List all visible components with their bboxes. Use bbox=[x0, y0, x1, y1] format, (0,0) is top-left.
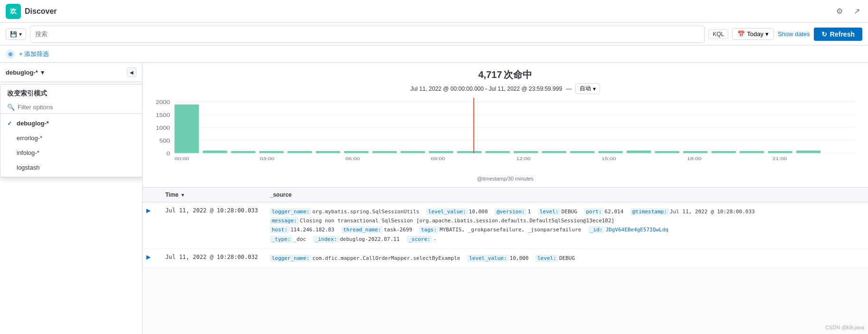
svg-text:00:00: 00:00 bbox=[174, 156, 189, 162]
svg-rect-27 bbox=[683, 151, 707, 153]
svg-text:1000: 1000 bbox=[156, 125, 170, 131]
svg-text:18:00: 18:00 bbox=[687, 156, 701, 162]
svg-text:21:00: 21:00 bbox=[773, 156, 787, 162]
chart-date-range: Jul 11, 2022 @ 00:00:00.000 - Jul 11, 20… bbox=[152, 83, 858, 94]
svg-rect-30 bbox=[768, 151, 792, 153]
date-label: Today bbox=[747, 30, 763, 38]
index-label-text: debuglog-* bbox=[6, 69, 38, 76]
field-key: message: bbox=[270, 217, 299, 224]
field-val: 10,000 bbox=[510, 255, 532, 261]
chart-canvas: 2000 1500 1000 500 0 bbox=[152, 98, 858, 174]
field-key: @version: bbox=[495, 208, 527, 215]
th-expand bbox=[143, 191, 162, 198]
refresh-icon: ↻ bbox=[821, 30, 827, 38]
svg-rect-23 bbox=[570, 151, 594, 153]
svg-text:2000: 2000 bbox=[156, 99, 170, 105]
row-expand-button[interactable]: ▶ bbox=[143, 249, 162, 267]
refresh-button[interactable]: ↻ Refresh bbox=[814, 28, 862, 41]
svg-rect-16 bbox=[372, 151, 397, 153]
date-picker-button[interactable]: 📅 Today ▾ bbox=[732, 28, 774, 40]
svg-rect-26 bbox=[655, 151, 679, 153]
auto-interval-button[interactable]: 自动 ▾ bbox=[575, 83, 600, 94]
filter-input-wrap: 🔍 bbox=[0, 101, 143, 114]
dropdown-items: ✓ debuglog-* errorlog-* infolog-* logsta… bbox=[0, 114, 143, 177]
calendar-icon: 📅 bbox=[737, 30, 745, 38]
search-icon: 🔍 bbox=[7, 104, 15, 111]
index-selector[interactable]: debuglog-* ▾ bbox=[6, 69, 44, 76]
field-val: _doc bbox=[294, 236, 309, 242]
field-val: task-2699 bbox=[384, 227, 415, 233]
dropdown-item-label: logstash bbox=[17, 164, 39, 171]
dropdown-item-infolog[interactable]: infolog-* bbox=[0, 145, 143, 160]
search-bar: 💾 ▾ KQL 📅 Today ▾ Show dates ↻ Refresh bbox=[0, 23, 868, 46]
chevron-down-icon: ▾ bbox=[765, 30, 769, 38]
table-row: ▶ Jul 11, 2022 @ 10:28:00.033 logger_nam… bbox=[143, 202, 868, 249]
dropdown-item-label: errorlog-* bbox=[17, 134, 42, 142]
table-section: Time ▼ _source ▶ Jul 11, 2022 @ 10:28:00… bbox=[143, 188, 868, 334]
filter-bar: ⊕ + 添加筛选 bbox=[0, 46, 868, 63]
svg-text:12:00: 12:00 bbox=[516, 156, 530, 162]
chart-count: 4,717 bbox=[478, 69, 502, 80]
sort-arrow: ▼ bbox=[181, 192, 185, 198]
bar-0 bbox=[174, 105, 199, 153]
dropdown-filter-input[interactable] bbox=[18, 104, 143, 111]
field-val: 1 bbox=[528, 209, 534, 215]
svg-rect-17 bbox=[401, 151, 425, 153]
index-dropdown: 改变索引模式 🔍 ✓ debuglog-* errorlog-* infolog… bbox=[0, 84, 143, 177]
row-expand-button[interactable]: ▶ bbox=[143, 202, 162, 248]
search-input-wrap bbox=[30, 26, 705, 43]
chart-svg: 2000 1500 1000 500 0 bbox=[152, 98, 858, 164]
svg-rect-11 bbox=[231, 151, 255, 153]
svg-text:500: 500 bbox=[159, 138, 170, 143]
dropdown-item-logstash[interactable]: logstash bbox=[0, 160, 143, 175]
date-range-text: Jul 11, 2022 @ 00:00:00.000 - Jul 11, 20… bbox=[410, 86, 562, 92]
svg-rect-12 bbox=[259, 151, 284, 153]
watermark: CSDN @kill-java bbox=[825, 324, 864, 330]
sidebar-index-header: debuglog-* ▾ ◀ bbox=[0, 63, 142, 82]
field-key: port: bbox=[584, 208, 603, 215]
sidebar-collapse-button[interactable]: ◀ bbox=[127, 67, 136, 77]
field-key: _score: bbox=[407, 236, 432, 243]
main-layout: debuglog-* ▾ ◀ 改变索引模式 🔍 ✓ debuglog-* err… bbox=[0, 63, 868, 334]
chevron-down-icon: ▾ bbox=[41, 69, 44, 76]
field-val: JDgV64EBe4gE57IQwLdq bbox=[605, 227, 668, 233]
svg-text:0: 0 bbox=[166, 151, 170, 156]
th-time[interactable]: Time ▼ bbox=[162, 191, 266, 198]
sidebar: debuglog-* ▾ ◀ 改变索引模式 🔍 ✓ debuglog-* err… bbox=[0, 63, 143, 334]
save-icon: 💾 bbox=[10, 31, 17, 38]
svg-rect-14 bbox=[316, 151, 340, 153]
settings-icon[interactable]: ⚙ bbox=[834, 6, 845, 17]
field-val: - bbox=[433, 236, 437, 242]
svg-rect-21 bbox=[514, 151, 538, 153]
field-key: thread_name: bbox=[341, 226, 382, 233]
app-title: Discover bbox=[25, 7, 57, 16]
search-input[interactable] bbox=[35, 30, 699, 38]
svg-rect-20 bbox=[486, 151, 510, 153]
svg-text:15:00: 15:00 bbox=[601, 156, 616, 162]
row-source: logger_name:org.mybatis.spring.SqlSessio… bbox=[266, 202, 868, 248]
row-source: logger_name:com.dfic.mapper.CallOrderMap… bbox=[266, 249, 868, 267]
field-key: _type: bbox=[270, 236, 293, 243]
svg-rect-28 bbox=[711, 151, 735, 153]
field-key: level: bbox=[538, 208, 561, 215]
svg-rect-24 bbox=[599, 151, 623, 153]
row-time: Jul 11, 2022 @ 10:28:00.033 bbox=[162, 202, 266, 248]
dropdown-item-label: infolog-* bbox=[17, 149, 39, 156]
svg-rect-25 bbox=[627, 151, 651, 153]
app-icon: 欢 bbox=[6, 4, 21, 19]
show-dates-button[interactable]: Show dates bbox=[778, 30, 810, 38]
dropdown-item-debuglog[interactable]: ✓ debuglog-* bbox=[0, 116, 143, 131]
share-icon[interactable]: ↗ bbox=[851, 6, 862, 17]
kql-badge[interactable]: KQL bbox=[708, 29, 728, 39]
add-filter-button[interactable]: + 添加筛选 bbox=[19, 50, 49, 58]
top-bar-icons: ⚙ ↗ bbox=[834, 6, 862, 17]
field-val: DEBUG bbox=[562, 209, 581, 215]
svg-rect-15 bbox=[344, 151, 368, 153]
dropdown-item-errorlog[interactable]: errorlog-* bbox=[0, 131, 143, 145]
search-type-button[interactable]: 💾 ▾ bbox=[6, 29, 26, 40]
chart-section: 4,717 次命中 Jul 11, 2022 @ 00:00:00.000 - … bbox=[143, 63, 868, 188]
field-key: host: bbox=[270, 226, 289, 233]
svg-rect-19 bbox=[457, 151, 481, 153]
filter-circle-button[interactable]: ⊕ bbox=[6, 49, 15, 59]
field-key: level_value: bbox=[426, 208, 467, 215]
